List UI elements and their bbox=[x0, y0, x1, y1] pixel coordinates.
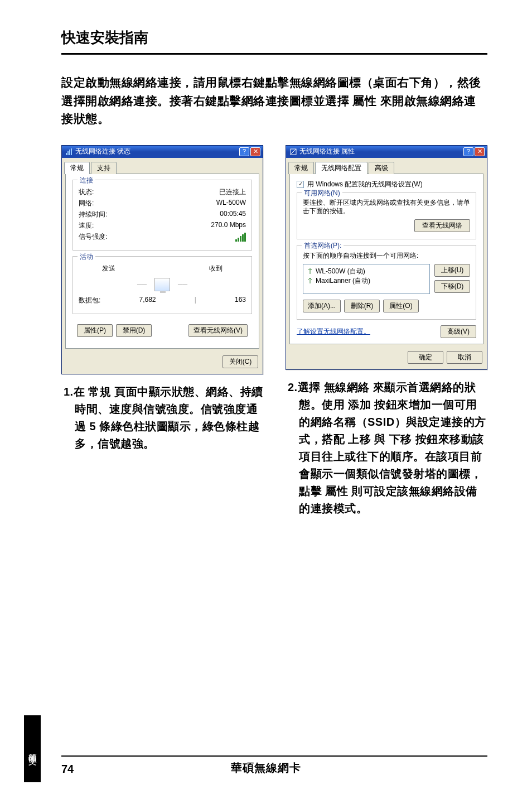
network-label: 网络: bbox=[79, 199, 94, 208]
sent-value: 7,682 bbox=[139, 296, 156, 305]
footer-divider bbox=[61, 755, 487, 757]
network-item-2: MaxiLanner (自动) bbox=[316, 276, 370, 286]
svg-rect-2 bbox=[69, 150, 70, 155]
list-item[interactable]: WL-500W (自动) bbox=[307, 267, 426, 276]
use-windows-label: 用 Windows 配置我的无线网络设置(W) bbox=[307, 180, 423, 189]
signal-strength-icon bbox=[235, 232, 246, 242]
close-icon[interactable]: ✕ bbox=[475, 147, 485, 156]
tab-advanced[interactable]: 高级 bbox=[369, 162, 394, 174]
properties-button[interactable]: 属性(P) bbox=[77, 324, 113, 337]
close-button[interactable]: 关闭(C) bbox=[223, 355, 258, 368]
use-windows-checkbox[interactable]: ✓ bbox=[297, 181, 304, 188]
status-dialog: 无线网络连接 状态 ? ✕ 常规 支持 连接 状态:已连接上 网络:WL-500 bbox=[61, 145, 263, 374]
view-wireless-button[interactable]: 查看无线网络(V) bbox=[188, 324, 248, 337]
signal-label: 信号强度: bbox=[79, 232, 107, 242]
speed-value: 270.0 Mbps bbox=[211, 221, 246, 230]
add-button[interactable]: 添加(A)... bbox=[303, 300, 341, 312]
tab-support[interactable]: 支持 bbox=[91, 162, 117, 174]
tab-general[interactable]: 常规 bbox=[64, 162, 90, 174]
sent-arrow-icon: ── bbox=[137, 281, 147, 288]
group-activity-title: 活动 bbox=[78, 252, 95, 262]
properties-titlebar: 无线网络连接 属性 ? ✕ bbox=[286, 146, 487, 158]
page-title: 快速安裝指南 bbox=[61, 28, 487, 47]
learn-link[interactable]: 了解设置无线网络配置。 bbox=[297, 327, 370, 336]
footer-text: 華碩無線網卡 bbox=[0, 761, 532, 776]
antenna-icon bbox=[307, 277, 313, 284]
packets-label: 数据包: bbox=[79, 296, 100, 305]
status-label: 状态: bbox=[79, 187, 94, 197]
ok-button[interactable]: 确定 bbox=[408, 351, 443, 364]
status-value: 已连接上 bbox=[219, 187, 246, 197]
move-down-button[interactable]: 下移(D) bbox=[434, 280, 470, 293]
intro-text: 設定啟動無線網絡連接，請用鼠標右鍵點擊無線網絡圖標（桌面右下角），然後選擇開啟網… bbox=[61, 74, 487, 128]
group-connect-title: 连接 bbox=[78, 176, 95, 185]
svg-rect-0 bbox=[66, 153, 67, 155]
preferred-hint: 按下面的顺序自动连接到一个可用网络: bbox=[303, 251, 470, 261]
network-item-1: WL-500W (自动) bbox=[316, 267, 365, 276]
computer-icon bbox=[154, 278, 170, 291]
tab-general[interactable]: 常规 bbox=[288, 162, 314, 174]
svg-line-5 bbox=[291, 149, 296, 155]
view-networks-button[interactable]: 查看无线网络 bbox=[414, 219, 470, 232]
sent-label: 发送 bbox=[102, 264, 115, 273]
properties-dialog: 无线网络连接 属性 ? ✕ 常规 无线网络配置 高级 ✓ 用 Windows 配… bbox=[286, 145, 487, 370]
advanced-button[interactable]: 高级(V) bbox=[441, 325, 476, 338]
help-button[interactable]: ? bbox=[463, 147, 473, 156]
title-underline bbox=[61, 53, 487, 55]
recv-value: 163 bbox=[235, 296, 246, 305]
preferred-networks-list[interactable]: WL-500W (自动) MaxiLanner (自动) bbox=[303, 264, 430, 294]
group-preferred-title: 首选网络(P): bbox=[302, 241, 344, 251]
cancel-button[interactable]: 取消 bbox=[447, 351, 482, 364]
disable-button[interactable]: 禁用(D) bbox=[116, 324, 152, 337]
properties-dialog-title: 无线网络连接 属性 bbox=[299, 147, 355, 156]
close-icon[interactable]: ✕ bbox=[250, 147, 260, 156]
status-dialog-title: 无线网络连接 状态 bbox=[75, 147, 130, 156]
wifi-icon bbox=[65, 148, 73, 156]
right-caption: 2.選擇 無線網絡 來顯示首選網絡的狀態。使用 添加 按鈕來增加一個可用的網絡名… bbox=[297, 379, 487, 517]
antenna-icon bbox=[307, 268, 313, 275]
move-up-button[interactable]: 上移(U) bbox=[434, 264, 470, 277]
remove-button[interactable]: 删除(R) bbox=[344, 300, 380, 312]
recv-arrow-icon: ── bbox=[178, 281, 187, 288]
duration-label: 持续时间: bbox=[79, 210, 107, 219]
recv-label: 收到 bbox=[209, 264, 223, 273]
help-button[interactable]: ? bbox=[239, 147, 249, 156]
tab-wireless[interactable]: 无线网络配置 bbox=[315, 162, 367, 174]
group-available-title: 可用网络(N) bbox=[302, 189, 342, 198]
speed-label: 速度: bbox=[79, 221, 94, 230]
list-item[interactable]: MaxiLanner (自动) bbox=[307, 276, 426, 286]
svg-rect-3 bbox=[71, 148, 72, 155]
svg-rect-1 bbox=[67, 151, 69, 155]
left-caption: 1.在 常規 頁面中顯示狀態、網絡、持續時間、速度與信號強度。信號強度通過 5 … bbox=[72, 383, 263, 453]
network-value: WL-500W bbox=[216, 199, 246, 208]
available-hint: 要连接、断开区域内无线网络或查找有关更多信息，请单击下面的按钮。 bbox=[303, 199, 470, 216]
network-icon bbox=[289, 148, 297, 156]
status-titlebar: 无线网络连接 状态 ? ✕ bbox=[62, 146, 263, 158]
duration-value: 00:05:45 bbox=[220, 210, 246, 219]
properties-button[interactable]: 属性(O) bbox=[383, 300, 419, 312]
